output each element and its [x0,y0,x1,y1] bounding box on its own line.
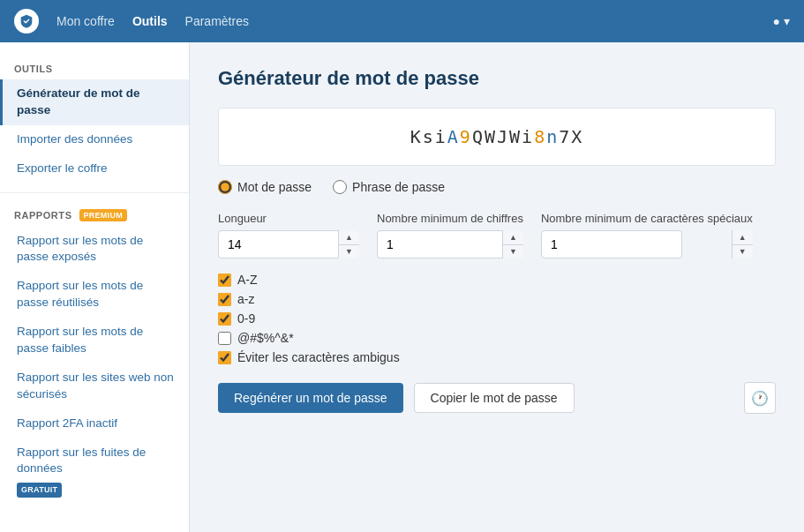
sidebar-item-label: Générateur de mot de passe [17,86,140,116]
fuites-row: Rapport sur les fuites de données GRATUI… [17,445,175,498]
sidebar-item-fuites[interactable]: Rapport sur les fuites de données GRATUI… [0,438,189,504]
buttons-row: Regénérer un mot de passe Copier le mot … [218,382,776,414]
user-menu[interactable]: ● ▾ [773,14,790,28]
sidebar-item-label: Rapport sur les fuites de données [17,445,175,478]
history-button[interactable]: 🕐 [744,382,776,414]
radio-phrase-de-passe[interactable]: Phrase de passe [333,180,445,194]
sidebar-item-label: Rapport sur les mots de passe faibles [17,325,143,355]
checkbox-avoid-ambiguous[interactable]: Éviter les caractères ambigus [218,350,776,364]
longueur-input-wrap: ▲ ▼ [218,230,359,259]
sidebar-item-label: Exporter le coffre [17,161,108,175]
main-content: Générateur de mot de passe KsiA9QWJWi8n7… [190,42,804,532]
sidebar-item-exposes[interactable]: Rapport sur les mots de passe exposés [0,227,189,273]
sidebar-item-reutilises[interactable]: Rapport sur les mots de passe réutilisés [0,272,189,318]
tools-section-title: OUTILS [0,56,189,79]
checkbox-az-lower-input[interactable] [218,293,231,306]
min-speciaux-input-wrap: ▲ ▼ [541,230,753,259]
sidebar-item-label: Importer des données [17,132,132,146]
pw-char-9: 9 [460,126,472,147]
sidebar-item-exporter[interactable]: Exporter le coffre [0,154,189,184]
nav-parametres[interactable]: Paramètres [185,14,249,28]
radio-mot-de-passe-label: Mot de passe [237,180,312,194]
min-speciaux-group: Nombre minimum de caractères spéciaux ▲ … [541,212,753,259]
checkbox-avoid-ambiguous-label: Éviter les caractères ambigus [237,350,400,364]
regenerate-button[interactable]: Regénérer un mot de passe [218,383,403,413]
longueur-decrement[interactable]: ▼ [339,245,359,259]
history-icon: 🕐 [751,390,769,407]
sidebar-item-label: Rapport sur les sites web non sécurisés [17,371,174,401]
navbar: Mon coffre Outils Paramètres ● ▾ [0,0,804,42]
checkbox-group: A-Z a-z 0-9 @#$%^&* Éviter les caractère… [218,273,776,364]
sidebar-item-label: Rapport sur les mots de passe exposés [17,234,143,264]
pw-char-8: 8 [534,126,546,147]
nav-outils[interactable]: Outils [132,14,168,28]
checkbox-az-upper-input[interactable] [218,273,231,287]
checkbox-digits-input[interactable] [218,312,231,326]
longueur-increment[interactable]: ▲ [339,230,359,245]
checkbox-az-upper[interactable]: A-Z [218,273,776,287]
min-speciaux-input[interactable] [541,230,682,259]
logo [14,9,39,34]
controls-row: Longueur ▲ ▼ Nombre minimum de chiffres … [218,212,776,259]
tools-title-text: OUTILS [14,64,53,74]
logo-icon [19,13,34,29]
pw-char-a: A [447,126,460,147]
layout: OUTILS Générateur de mot de passe Import… [0,42,804,532]
sidebar: OUTILS Générateur de mot de passe Import… [0,42,190,532]
checkbox-az-lower[interactable]: a-z [218,292,776,306]
checkbox-special-label: @#$%^&* [237,331,294,345]
premium-badge: PREMIUM [79,209,127,221]
min-chiffres-input[interactable] [377,230,518,259]
sidebar-item-2fa-inactif[interactable]: Rapport 2FA inactif [0,409,189,438]
reports-title-text: RAPPORTS [14,210,72,221]
pw-char-qwjwi: QWJWi [472,126,534,147]
sidebar-item-importer[interactable]: Importer des données [0,125,189,154]
radio-phrase-de-passe-label: Phrase de passe [352,180,445,194]
pw-char-n: n [546,126,559,147]
user-avatar-icon: ● [773,14,780,28]
nav-mon-coffre[interactable]: Mon coffre [56,14,115,28]
copy-button[interactable]: Copier le mot de passe [414,383,575,413]
sidebar-item-sites-non-securises[interactable]: Rapport sur les sites web non sécurisés [0,363,189,409]
min-chiffres-decrement[interactable]: ▼ [503,245,523,259]
radio-mot-de-passe[interactable]: Mot de passe [218,180,312,194]
sidebar-item-generateur[interactable]: Générateur de mot de passe [0,79,189,125]
radio-mot-de-passe-input[interactable] [218,180,232,194]
checkbox-az-upper-label: A-Z [237,273,258,287]
generated-password: KsiA9QWJWi8n7X [237,126,757,147]
password-display-box: KsiA9QWJWi8n7X [218,108,776,166]
pw-char-7x: 7X [559,126,583,147]
longueur-label: Longueur [218,212,359,225]
checkbox-digits-label: 0-9 [237,311,255,326]
min-chiffres-group: Nombre minimum de chiffres ▲ ▼ [377,212,523,259]
sidebar-divider [0,192,189,193]
checkbox-special[interactable]: @#$%^&* [218,331,776,345]
checkbox-avoid-ambiguous-input[interactable] [218,351,231,364]
sidebar-item-label: Rapport sur les mots de passe réutilisés [17,279,143,309]
longueur-spinners: ▲ ▼ [338,230,359,259]
page-title: Générateur de mot de passe [218,67,776,90]
min-speciaux-label: Nombre minimum de caractères spéciaux [541,212,753,225]
min-speciaux-increment[interactable]: ▲ [733,230,753,245]
checkbox-az-lower-label: a-z [237,292,254,306]
sidebar-item-faibles[interactable]: Rapport sur les mots de passe faibles [0,318,189,363]
min-chiffres-increment[interactable]: ▲ [503,230,523,245]
min-speciaux-spinners: ▲ ▼ [732,230,753,259]
sidebar-item-label: Rapport 2FA inactif [17,416,117,430]
pw-char-ksi: Ksi [410,126,447,147]
reports-section-title: RAPPORTS PREMIUM [0,202,189,227]
longueur-group: Longueur ▲ ▼ [218,212,359,259]
checkbox-digits[interactable]: 0-9 [218,311,776,326]
checkbox-special-input[interactable] [218,332,231,345]
min-speciaux-decrement[interactable]: ▼ [733,245,753,259]
min-chiffres-label: Nombre minimum de chiffres [377,212,523,225]
radio-phrase-de-passe-input[interactable] [333,180,347,194]
mode-radio-group: Mot de passe Phrase de passe [218,180,776,194]
min-chiffres-spinners: ▲ ▼ [502,230,523,259]
user-dropdown-arrow: ▾ [784,14,790,28]
min-chiffres-input-wrap: ▲ ▼ [377,230,523,259]
gratuit-badge: GRATUIT [17,483,62,498]
